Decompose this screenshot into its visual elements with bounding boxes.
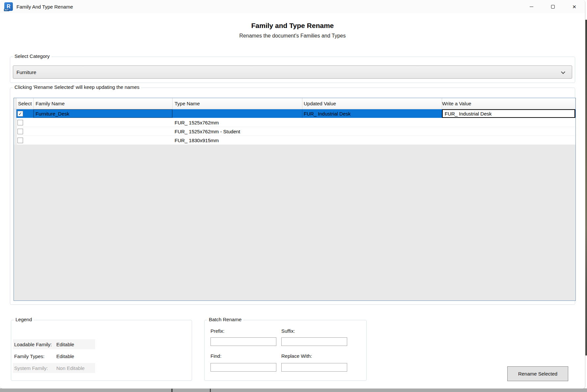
column-header-select[interactable]: Select (16, 98, 34, 109)
legend-value: Editable (56, 342, 74, 347)
replace-with-input[interactable] (281, 363, 347, 372)
select-cell (16, 127, 34, 136)
maximize-icon (551, 5, 555, 9)
updated-value-cell[interactable] (302, 127, 442, 136)
select-cell (16, 136, 34, 144)
write-value-cell[interactable] (442, 127, 575, 136)
category-dropdown[interactable]: Furniture (13, 65, 572, 79)
type-name-cell[interactable]: FUR_ 1525x762mm - Student (173, 127, 302, 136)
find-label: Find: (210, 353, 221, 359)
column-header-updated-value[interactable]: Updated Value (302, 98, 442, 109)
desktop-tick (210, 388, 211, 392)
legend-label: System Family: (14, 365, 56, 371)
type-name-cell[interactable]: FUR_ 1525x762mm (173, 118, 302, 127)
page-subtitle: Renames the document's Families and Type… (0, 33, 585, 39)
updated-value-cell[interactable] (302, 136, 442, 144)
dialog-window: R RVT Family And Type Rename ✕ Family an… (0, 0, 585, 389)
batch-rename-group-label: Batch Rename (207, 317, 243, 322)
row-header-corner (14, 98, 16, 109)
legend-row-system-family: System Family: Non Editable (13, 363, 95, 373)
table-row-family[interactable]: ✓ Furniture_Desk FUR_ Industrial Desk (14, 109, 575, 118)
prefix-input[interactable] (210, 337, 276, 346)
family-name-cell[interactable]: Furniture_Desk (34, 109, 173, 118)
legend-row-loadable-family: Loadable Family: Editable (13, 339, 95, 349)
type-name-cell[interactable] (173, 109, 302, 118)
write-value-cell[interactable] (442, 136, 575, 144)
family-type-table: Select Family Name Type Name Updated Val… (14, 98, 576, 301)
window-controls: ✕ (521, 0, 585, 13)
table-header-row: Select Family Name Type Name Updated Val… (14, 98, 575, 109)
write-value-input[interactable] (442, 109, 575, 118)
row-select-checkbox[interactable] (17, 129, 23, 134)
legend-label: Loadable Family: (14, 342, 56, 347)
suffix-input[interactable] (281, 337, 347, 346)
type-name-cell[interactable]: FUR_ 1830x915mm (173, 136, 302, 144)
table-row-type[interactable]: FUR_ 1525x762mm - Student (14, 127, 575, 136)
desktop-tick (171, 388, 173, 392)
family-name-cell[interactable] (34, 127, 173, 136)
row-header-cell (14, 127, 16, 136)
legend-group-label: Legend (14, 317, 34, 322)
column-header-type-name[interactable]: Type Name (173, 98, 302, 109)
family-name-cell[interactable] (34, 136, 173, 144)
select-category-group: Select Category Furniture (10, 57, 575, 83)
revit-app-icon: R RVT (4, 2, 13, 11)
row-header-cell (14, 136, 16, 144)
rename-grid-group: Clicking 'Rename Selected' will keep upd… (10, 88, 575, 305)
revit-icon-badge: RVT (4, 9, 9, 11)
table-row-type[interactable]: FUR_ 1525x762mm (14, 118, 575, 127)
rename-grid-group-label: Clicking 'Rename Selected' will keep upd… (13, 84, 141, 90)
replace-with-label: Replace With: (281, 353, 312, 359)
title-bar: R RVT Family And Type Rename ✕ (0, 0, 585, 13)
legend-group: Legend Loadable Family: Editable Family … (11, 320, 192, 381)
row-header-cell (14, 118, 16, 127)
rename-selected-button[interactable]: Rename Selected (507, 366, 568, 381)
window-title: Family And Type Rename (16, 4, 73, 10)
select-cell: ✓ (16, 109, 34, 118)
write-value-cell (442, 109, 575, 118)
select-category-label: Select Category (13, 53, 51, 59)
updated-value-cell[interactable] (302, 118, 442, 127)
page-title: Family and Type Rename (0, 22, 585, 30)
family-name-cell[interactable] (34, 118, 173, 127)
row-select-checkbox[interactable] (17, 120, 23, 125)
table-row-type[interactable]: FUR_ 1830x915mm (14, 136, 575, 145)
prefix-label: Prefix: (210, 328, 225, 334)
column-header-family-name[interactable]: Family Name (34, 98, 173, 109)
rename-selected-button-label: Rename Selected (518, 371, 557, 377)
chevron-down-icon (561, 70, 565, 74)
suffix-label: Suffix: (281, 328, 295, 334)
legend-value: Non Editable (56, 365, 85, 371)
category-dropdown-value: Furniture (16, 69, 36, 75)
select-cell (16, 118, 34, 127)
updated-value-cell[interactable]: FUR_ Industrial Desk (302, 109, 442, 118)
close-button[interactable]: ✕ (564, 0, 585, 13)
minimize-button[interactable] (521, 0, 542, 13)
row-select-checkbox[interactable]: ✓ (17, 111, 23, 117)
minimize-icon (530, 7, 533, 7)
row-header-cell (14, 109, 16, 118)
batch-rename-group: Batch Rename Prefix: Suffix: Find: Repla… (204, 320, 367, 381)
desktop-bottom-strip (0, 388, 587, 392)
row-select-checkbox[interactable] (17, 138, 23, 143)
revit-icon-letter: R (7, 4, 11, 9)
close-icon: ✕ (572, 4, 576, 9)
legend-value: Editable (56, 353, 74, 359)
legend-label: Family Types: (14, 353, 56, 359)
column-header-write-value[interactable]: Write a Value (442, 98, 575, 109)
maximize-button[interactable] (542, 0, 564, 13)
write-value-cell[interactable] (442, 118, 575, 127)
find-input[interactable] (210, 363, 276, 372)
legend-row-family-types: Family Types: Editable (13, 351, 95, 361)
